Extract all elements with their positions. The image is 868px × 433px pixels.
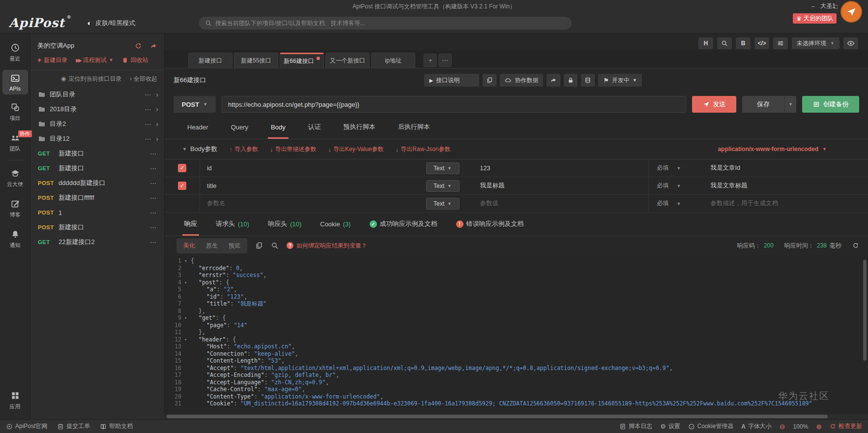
param-value-input[interactable]: 123 [473,165,649,172]
search-tool-button[interactable] [717,37,732,49]
request-tab[interactable]: Body [268,117,289,139]
refresh-response-icon[interactable] [852,242,859,249]
recycle-bin-button[interactable]: 回收站 [122,56,148,64]
rail-item-apis[interactable]: APIs [2,70,28,94]
api-tab[interactable]: 新66建接口 [280,53,324,68]
export-raw-json-link[interactable]: ↓ 导出Raw-Json参数 [396,145,451,154]
bind-variable-help-link[interactable]: ? 如何绑定响应结果到变量？ [287,242,367,250]
dev-status-select[interactable]: ⚑ 开发中 ▼ [598,74,642,87]
tree-row[interactable]: 团队目录 ⋯ › [30,87,164,102]
fold-caret-icon[interactable]: ▾ [184,257,191,265]
param-required-select[interactable]: 必填 ▼ [648,177,703,194]
filter-button[interactable] [773,37,788,49]
rail-item-projects[interactable]: 项目 [2,99,28,125]
tree-row[interactable]: GET 新建接口 ⋯ [30,161,164,176]
export-kv-params-link[interactable]: ↓ 导出Key-Value参数 [328,145,384,154]
fold-caret-icon[interactable]: ▾ [184,279,191,286]
param-desc-input[interactable]: 我是文章标题 [703,182,868,190]
param-desc-input[interactable]: 我是文章Id [703,164,868,172]
expand-chevron-icon[interactable]: › [153,135,158,143]
response-tab[interactable]: 请求头 (10) [214,214,251,236]
item-menu-icon[interactable]: ⋯ [148,180,158,187]
flow-test-button[interactable]: ▶▶ 流程测试 ▼ [76,56,113,64]
zoom-in-button[interactable]: ⊕ [816,423,822,431]
param-checkbox[interactable]: ✓ [178,164,186,172]
param-type-select[interactable]: Text ▼ [426,180,460,192]
tree-row[interactable]: POST 新建接口ffffff ⋯ [30,190,164,205]
code-view-button[interactable]: </> [754,37,769,49]
request-tab[interactable]: 认证 [305,117,324,139]
response-tab[interactable]: 响应头 (10) [266,214,303,236]
fold-caret-icon[interactable]: ▾ [184,336,191,343]
param-value-input[interactable]: 我是标题 [473,182,649,190]
param-type-select[interactable]: Text ▼ [426,162,460,174]
collapse-all-button[interactable]: › 全部收起 [130,75,157,83]
view-mode-button[interactable]: 预览 [223,240,246,252]
history-button[interactable]: H [698,37,713,49]
export-desc-params-link[interactable]: ↓ 导出带描述参数 [270,145,317,154]
item-menu-icon[interactable]: ⋯ [143,135,153,143]
body-params-section[interactable]: ▼ Body参数 [182,145,218,154]
item-menu-icon[interactable]: ⋯ [148,165,158,172]
data-button[interactable] [581,74,595,87]
item-menu-icon[interactable]: ⋯ [148,239,158,246]
request-tab[interactable]: Query [228,117,251,139]
content-type-select[interactable]: application/x-www-form-urlencoded ▼ [718,146,827,153]
item-menu-icon[interactable]: ⋯ [143,106,153,113]
lock-button[interactable] [564,74,578,87]
import-params-link[interactable]: ↑ 导入参数 [230,145,259,154]
more-tabs-button[interactable]: ⋯ [438,54,452,67]
avatar[interactable] [840,1,862,23]
param-checkbox[interactable]: ✓ [178,182,186,190]
rail-item-ambassador[interactable]: 云大使 [2,165,28,191]
font-size-button[interactable]: A 字体大小 [741,422,772,431]
search-response-icon[interactable] [271,242,279,249]
item-menu-icon[interactable]: ⋯ [143,121,153,128]
tree-row[interactable]: 目录12 ⋯ › [30,131,164,146]
expand-chevron-icon[interactable]: › [153,105,158,113]
item-menu-icon[interactable]: ⋯ [148,209,158,216]
request-tab[interactable]: 预执行脚本 [341,117,378,139]
tree-row[interactable]: GET 新建接口 ⋯ [30,146,164,161]
param-type-select[interactable]: Text ▼ [426,198,460,210]
add-tab-button[interactable]: + [424,54,437,67]
script-log-button[interactable]: 脚本日志 [619,422,652,431]
expand-chevron-icon[interactable]: › [153,120,158,128]
url-input[interactable] [222,96,686,113]
environment-select[interactable]: 未选择环境 ▼ [792,37,839,49]
apipost-site-link[interactable]: ApiPost官网 [6,422,47,431]
param-desc-input[interactable]: 参数描述，用于生成文档 [703,199,868,208]
copy-response-icon[interactable] [255,242,263,249]
collab-data-button[interactable]: 协作数据 [500,74,543,87]
submit-ticket-link[interactable]: 提交工单 [57,422,90,431]
horizontal-scrollbar[interactable] [165,414,868,419]
vertical-scrollbar[interactable] [863,260,867,361]
copy-api-button[interactable] [483,74,496,87]
api-tab[interactable]: 新建55接口 [234,53,278,68]
search-input[interactable] [215,20,566,27]
help-docs-link[interactable]: 帮助文档 [100,422,133,431]
new-folder-button[interactable]: + 新建目录 [37,56,67,64]
save-button[interactable]: 保存 [742,96,784,113]
response-tab[interactable]: Cookie (3) [318,214,352,236]
item-menu-icon[interactable]: ⋯ [148,150,158,157]
rail-item-team[interactable]: 协作 团队 [2,129,28,155]
preview-eye-button[interactable] [843,37,858,49]
method-select[interactable]: POST ▼ [174,96,216,113]
view-mode-button[interactable]: 美化 [178,240,201,252]
bold-button[interactable]: B [736,37,751,49]
request-tab[interactable]: 后执行脚本 [395,117,433,139]
rail-item-recent[interactable]: 最近 [2,39,28,65]
param-name-input[interactable]: title [200,183,426,189]
cookie-manager-button[interactable]: Cookie管理器 [688,422,733,431]
tree-row[interactable]: POST 1 ⋯ [30,205,164,220]
settings-button[interactable]: ⚙ 设置 [660,422,680,431]
rail-item-blog[interactable]: 博客 [2,195,28,221]
share-icon[interactable] [150,42,157,50]
rail-item-notifications[interactable]: 通知 [2,226,28,252]
param-name-input[interactable]: 参数名 [200,199,426,208]
param-name-input[interactable]: id [200,165,426,172]
tree-row[interactable]: 2018目录 ⋯ › [30,102,164,117]
tree-row[interactable]: POST 新建接口 ⋯ [30,220,164,235]
fold-caret-icon[interactable]: ▾ [184,314,191,322]
